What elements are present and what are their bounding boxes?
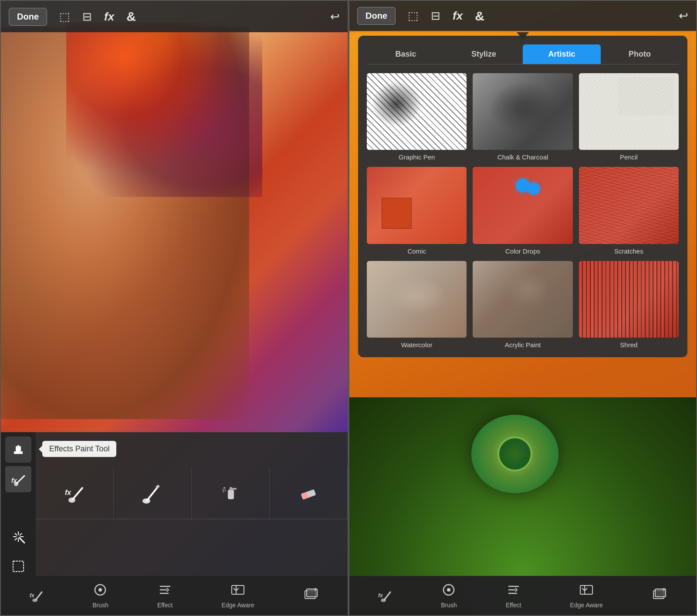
right-bottom-dock: fx Brush Effe <box>349 576 696 615</box>
svg-rect-14 <box>232 488 237 490</box>
right-adjust-icon[interactable]: ⊟ <box>431 9 440 23</box>
svg-rect-13 <box>230 487 232 491</box>
effect-label-shred: Shred <box>620 341 637 349</box>
svg-line-25 <box>15 533 17 535</box>
svg-line-29 <box>19 538 24 543</box>
svg-point-8 <box>68 498 75 503</box>
right-done-button[interactable]: Done <box>357 7 396 25</box>
svg-line-32 <box>36 592 42 600</box>
effect-thumb-scratches <box>579 167 679 244</box>
effect-comic[interactable]: Comic <box>367 167 467 254</box>
svg-rect-39 <box>232 586 244 594</box>
selection-rect-button[interactable] <box>5 553 31 579</box>
magic-wand-button[interactable] <box>5 524 31 550</box>
effects-tabs: Basic Stylize Artistic Photo <box>367 44 679 64</box>
effects-panel: Basic Stylize Artistic Photo Graphic Pen <box>358 36 687 357</box>
effect-label-color-drops: Color Drops <box>505 247 540 255</box>
left-dock-layers[interactable]: + <box>303 587 319 604</box>
svg-text:fx: fx <box>65 489 71 496</box>
left-bottom-palette: fx Effects Paint Tool fx <box>1 432 348 615</box>
effect-graphic-pen[interactable]: Graphic Pen <box>367 73 467 161</box>
svg-text:fx: fx <box>378 592 383 599</box>
tab-stylize[interactable]: Stylize <box>445 44 523 64</box>
svg-line-28 <box>20 533 22 535</box>
eraser-item[interactable] <box>270 467 348 519</box>
right-dock-fx[interactable]: fx <box>378 589 392 602</box>
tab-basic[interactable]: Basic <box>367 44 445 64</box>
svg-point-35 <box>98 588 102 592</box>
brush-tools-row: fx <box>36 467 348 519</box>
effect-color-drops[interactable]: Color Drops <box>473 167 572 254</box>
effects-tooltip: Effects Paint Tool <box>42 441 116 457</box>
effect-watercolor[interactable]: Watercolor <box>367 261 467 349</box>
effect-label-watercolor: Watercolor <box>401 341 433 349</box>
effect-pencil[interactable]: Pencil <box>579 73 679 161</box>
effect-label-acrylic: Acrylic Paint <box>505 341 541 349</box>
right-dock-brush[interactable]: Brush <box>441 583 457 609</box>
blend-icon[interactable]: & <box>126 9 136 24</box>
svg-line-9 <box>147 487 158 500</box>
right-selection-icon[interactable]: ⬚ <box>408 9 419 23</box>
effect-thumb-acrylic <box>473 261 572 338</box>
svg-line-27 <box>15 538 17 540</box>
effect-label-comic: Comic <box>407 247 426 255</box>
paint-brush-item[interactable] <box>114 467 192 519</box>
svg-line-44 <box>384 592 390 600</box>
svg-point-5 <box>14 482 18 486</box>
left-dock-edge-aware[interactable]: Edge Aware <box>222 583 254 609</box>
adjust-icon[interactable]: ⊟ <box>82 10 92 24</box>
tab-photo[interactable]: Photo <box>601 44 679 64</box>
svg-point-16 <box>223 489 224 490</box>
svg-point-17 <box>225 489 226 491</box>
effect-thumb-comic <box>367 167 467 244</box>
right-dock-layers[interactable]: + <box>652 587 667 604</box>
right-toolbar: Done ⬚ ⊟ fx & ↩ <box>349 1 696 32</box>
right-blend-icon[interactable]: & <box>475 9 484 24</box>
left-dock-fx[interactable]: fx <box>30 589 44 602</box>
effect-chalk-charcoal[interactable]: Chalk & Charcoal <box>473 73 572 161</box>
effect-thumb-pencil <box>579 73 679 150</box>
left-dock-effect[interactable]: Effect <box>157 583 173 609</box>
fx-icon[interactable]: fx <box>104 10 114 24</box>
tab-artistic[interactable]: Artistic <box>523 44 601 64</box>
svg-rect-12 <box>228 490 234 499</box>
effect-scratches[interactable]: Scratches <box>579 167 679 254</box>
right-dock-edge-aware[interactable]: Edge Aware <box>570 583 603 609</box>
effect-label-graphic-pen: Graphic Pen <box>399 153 435 161</box>
svg-text:+: + <box>662 587 666 593</box>
fx-brush-tool-button[interactable]: fx <box>5 466 31 492</box>
spray-can-item[interactable] <box>192 467 270 519</box>
right-undo-icon[interactable]: ↩ <box>679 9 688 23</box>
effect-thumb-color-drops <box>473 167 572 244</box>
right-dock-effect[interactable]: Effect <box>506 583 521 609</box>
effect-acrylic-paint[interactable]: Acrylic Paint <box>473 261 572 349</box>
svg-rect-51 <box>580 586 592 594</box>
effect-shred[interactable]: Shred <box>579 261 679 349</box>
svg-point-33 <box>32 599 37 602</box>
svg-rect-2 <box>17 445 19 447</box>
svg-point-10 <box>142 498 150 504</box>
left-done-button[interactable]: Done <box>9 8 47 26</box>
left-dock-brush[interactable]: Brush <box>92 583 108 609</box>
right-panel: Done ⬚ ⊟ fx & ↩ Basic Stylize Artistic P… <box>348 0 697 616</box>
svg-point-18 <box>223 491 224 492</box>
fx-brush-item[interactable]: fx <box>36 467 114 519</box>
stamp-tool-button[interactable] <box>5 437 31 463</box>
undo-icon[interactable]: ↩ <box>330 10 340 24</box>
effect-label-chalk: Chalk & Charcoal <box>497 153 548 161</box>
svg-point-47 <box>447 588 450 592</box>
selection-icon[interactable]: ⬚ <box>59 10 70 24</box>
right-fx-icon[interactable]: fx <box>453 9 463 23</box>
left-toolbar: Done ⬚ ⊟ fx & ↩ <box>1 1 348 32</box>
effects-grid: Graphic Pen Chalk & Charcoal Pencil <box>367 73 679 349</box>
effect-thumb-graphic-pen <box>367 73 467 150</box>
effect-thumb-watercolor <box>367 261 467 338</box>
svg-rect-0 <box>14 451 23 454</box>
effect-label-pencil: Pencil <box>620 153 638 161</box>
svg-line-4 <box>17 476 24 484</box>
left-bottom-dock: fx Brush <box>1 576 348 615</box>
panel-arrow <box>517 32 529 39</box>
svg-point-45 <box>381 599 386 602</box>
svg-text:fx: fx <box>30 592 35 599</box>
svg-rect-30 <box>13 561 24 572</box>
